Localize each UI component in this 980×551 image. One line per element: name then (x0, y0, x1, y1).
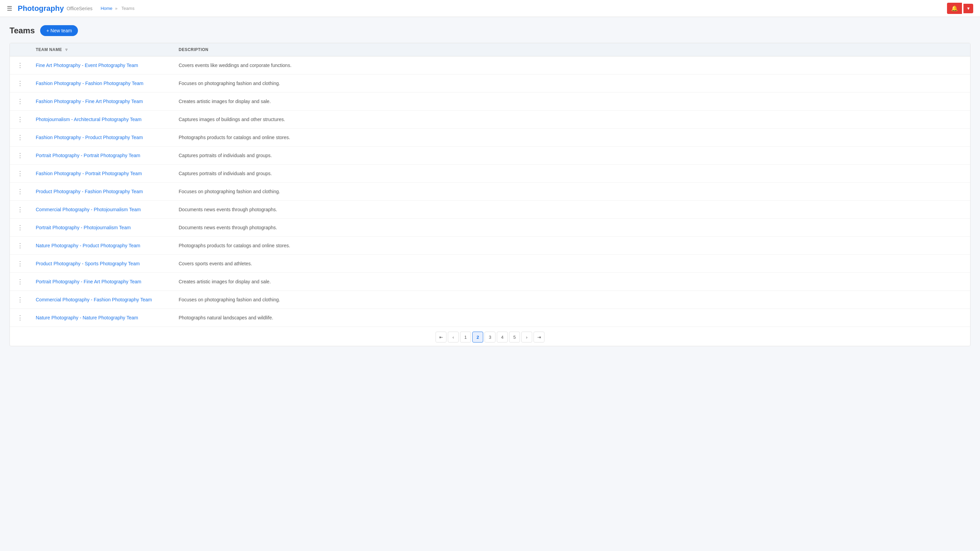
team-description-cell: Focuses on photographing fashion and clo… (173, 183, 970, 201)
row-actions-cell: ⋮ (10, 255, 30, 273)
team-name-cell: Nature Photography - Product Photography… (30, 237, 173, 255)
table-row: ⋮Photojournalism - Architectural Photogr… (10, 111, 970, 129)
row-actions-cell: ⋮ (10, 75, 30, 92)
team-name-cell: Product Photography - Fashion Photograph… (30, 183, 173, 201)
team-description-cell: Photographs products for catalogs and on… (173, 129, 970, 147)
team-name-cell: Fashion Photography - Fashion Photograph… (30, 75, 173, 92)
team-name-link[interactable]: Nature Photography - Product Photography… (36, 243, 140, 248)
pagination-page-2[interactable]: 2 (472, 332, 483, 343)
team-description-text: Focuses on photographing fashion and clo… (179, 189, 280, 194)
team-name-link[interactable]: Fine Art Photography - Event Photography… (36, 63, 138, 68)
team-name-link[interactable]: Commercial Photography - Photojournalism… (36, 207, 141, 212)
team-name-link[interactable]: Commercial Photography - Fashion Photogr… (36, 297, 152, 302)
row-actions-icon[interactable]: ⋮ (15, 151, 25, 160)
row-actions-icon[interactable]: ⋮ (15, 223, 25, 232)
team-name-link[interactable]: Portrait Photography - Portrait Photogra… (36, 153, 140, 158)
table-header-row: TEAM NAME ▿ DESCRIPTION (10, 43, 970, 56)
row-actions-icon[interactable]: ⋮ (15, 79, 25, 88)
page-content: Teams + New team TEAM NAME ▿ DESCRIPTION… (0, 17, 980, 354)
teams-table-wrapper: TEAM NAME ▿ DESCRIPTION ⋮Fine Art Photog… (10, 43, 970, 346)
team-name-link[interactable]: Photojournalism - Architectural Photogra… (36, 117, 142, 122)
team-description-cell: Captures portraits of individuals and gr… (173, 165, 970, 183)
team-name-link[interactable]: Product Photography - Fashion Photograph… (36, 189, 143, 194)
app-name: Photography (18, 4, 64, 13)
team-description-cell: Photographs products for catalogs and on… (173, 237, 970, 255)
page-header: Teams + New team (10, 25, 970, 36)
table-row: ⋮Portrait Photography - Fine Art Photogr… (10, 273, 970, 291)
team-name-link[interactable]: Portrait Photography - Fine Art Photogra… (36, 279, 141, 284)
team-name-link[interactable]: Product Photography - Sports Photography… (36, 261, 140, 266)
pagination-page-4[interactable]: 4 (497, 332, 508, 343)
pagination-page-3[interactable]: 3 (485, 332, 495, 343)
team-description-text: Photographs products for catalogs and on… (179, 135, 290, 140)
chevron-down-icon: ▼ (966, 6, 970, 11)
row-actions-icon[interactable]: ⋮ (15, 295, 25, 305)
row-actions-icon[interactable]: ⋮ (15, 187, 25, 196)
table-row: ⋮Product Photography - Sports Photograph… (10, 255, 970, 273)
row-actions-cell: ⋮ (10, 129, 30, 147)
table-row: ⋮Fashion Photography - Portrait Photogra… (10, 165, 970, 183)
table-row: ⋮Fashion Photography - Fine Art Photogra… (10, 92, 970, 111)
team-name-link[interactable]: Fashion Photography - Portrait Photograp… (36, 171, 142, 176)
team-description-cell: Photographs natural landscapes and wildl… (173, 309, 970, 327)
team-name-cell: Fine Art Photography - Event Photography… (30, 56, 173, 75)
team-description-text: Photographs natural landscapes and wildl… (179, 315, 273, 321)
menu-icon[interactable]: ☰ (7, 5, 12, 12)
team-name-cell: Portrait Photography - Fine Art Photogra… (30, 273, 173, 291)
team-description-cell: Covers events like weddings and corporat… (173, 56, 970, 75)
breadcrumb-current: Teams (121, 6, 134, 11)
pagination-prev[interactable]: ‹ (448, 332, 459, 343)
row-actions-icon[interactable]: ⋮ (15, 60, 25, 70)
row-actions-icon[interactable]: ⋮ (15, 259, 25, 268)
row-actions-icon[interactable]: ⋮ (15, 241, 25, 250)
team-description-cell: Covers sports events and athletes. (173, 255, 970, 273)
team-description-text: Covers events like weddings and corporat… (179, 63, 292, 68)
notifications-button[interactable]: 🔔 (947, 3, 962, 14)
row-actions-icon[interactable]: ⋮ (15, 169, 25, 178)
row-actions-icon[interactable]: ⋮ (15, 205, 25, 214)
team-name-link[interactable]: Portrait Photography - Photojournalism T… (36, 225, 130, 230)
pagination-last[interactable]: ⇥ (533, 332, 544, 343)
team-name-link[interactable]: Fashion Photography - Fine Art Photograp… (36, 98, 143, 104)
table-row: ⋮Fashion Photography - Product Photograp… (10, 129, 970, 147)
table-row: ⋮Fine Art Photography - Event Photograph… (10, 56, 970, 75)
team-name-cell: Portrait Photography - Photojournalism T… (30, 219, 173, 237)
team-description-text: Focuses on photographing fashion and clo… (179, 297, 280, 302)
row-actions-icon[interactable]: ⋮ (15, 277, 25, 286)
team-description-cell: Creates artistic images for display and … (173, 273, 970, 291)
team-name-link[interactable]: Fashion Photography - Product Photograph… (36, 135, 143, 140)
table-row: ⋮Commercial Photography - Fashion Photog… (10, 291, 970, 309)
col-header-desc: DESCRIPTION (173, 43, 970, 56)
team-description-text: Captures portraits of individuals and gr… (179, 171, 272, 176)
table-row: ⋮Fashion Photography - Fashion Photograp… (10, 75, 970, 92)
table-row: ⋮Portrait Photography - Portrait Photogr… (10, 147, 970, 165)
pagination-first[interactable]: ⇤ (436, 332, 447, 343)
team-name-link[interactable]: Nature Photography - Nature Photography … (36, 315, 138, 321)
new-team-button[interactable]: + New team (40, 25, 78, 36)
team-description-cell: Captures images of buildings and other s… (173, 111, 970, 129)
team-description-cell: Documents news events through photograph… (173, 201, 970, 219)
breadcrumb-home[interactable]: Home (101, 6, 113, 11)
team-name-link[interactable]: Fashion Photography - Fashion Photograph… (36, 81, 143, 86)
filter-icon[interactable]: ▿ (65, 47, 68, 52)
table-row: ⋮Commercial Photography - Photojournalis… (10, 201, 970, 219)
row-actions-cell: ⋮ (10, 201, 30, 219)
team-name-cell: Commercial Photography - Photojournalism… (30, 201, 173, 219)
team-description-cell: Documents news events through photograph… (173, 219, 970, 237)
pagination-page-1[interactable]: 1 (460, 332, 471, 343)
pagination-next[interactable]: › (521, 332, 532, 343)
row-actions-icon[interactable]: ⋮ (15, 114, 25, 124)
table-body: ⋮Fine Art Photography - Event Photograph… (10, 56, 970, 327)
row-actions-cell: ⋮ (10, 111, 30, 129)
header-dropdown-button[interactable]: ▼ (963, 4, 973, 13)
pagination-page-5[interactable]: 5 (509, 332, 520, 343)
app-subtitle: OfficeSeries (67, 6, 92, 11)
row-actions-icon[interactable]: ⋮ (15, 313, 25, 322)
app-header: ☰ Photography OfficeSeries Home » Teams … (0, 0, 980, 17)
row-actions-icon[interactable]: ⋮ (15, 133, 25, 142)
team-description-text: Documents news events through photograph… (179, 225, 277, 230)
team-description-cell: Focuses on photographing fashion and clo… (173, 75, 970, 92)
table-row: ⋮Product Photography - Fashion Photograp… (10, 183, 970, 201)
row-actions-icon[interactable]: ⋮ (15, 97, 25, 106)
team-description-text: Creates artistic images for display and … (179, 279, 271, 284)
